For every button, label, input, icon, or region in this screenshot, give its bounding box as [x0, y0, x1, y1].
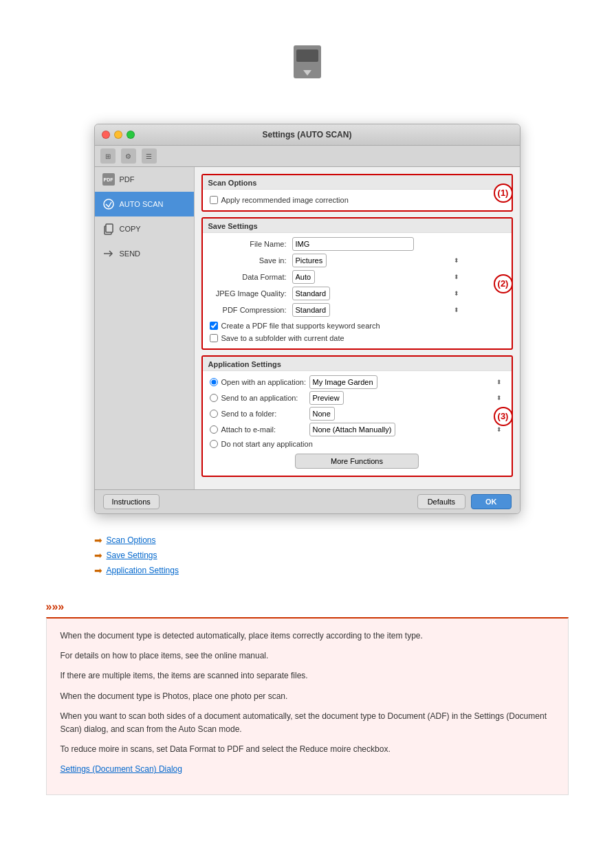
app-settings-badge: (3)	[494, 407, 513, 426]
open-with-label: Open with an application:	[221, 378, 307, 386]
do-not-start-label: Do not start any application	[221, 440, 313, 448]
save-subfolder-row: Save to a subfolder with current date	[210, 332, 505, 344]
settings-dialog: Settings (AUTO SCAN) ⊞ ⚙ ☰ PDF PDF	[94, 124, 520, 514]
save-subfolder-checkbox[interactable]	[210, 334, 218, 342]
arrow-icon-3: ➡	[94, 565, 102, 576]
file-name-input[interactable]	[292, 237, 414, 251]
toolbar-layout-icon[interactable]: ☰	[142, 148, 157, 164]
note-para-3: If there are multiple items, the items a…	[61, 669, 554, 682]
scanner-icon	[294, 45, 321, 78]
sidebar: PDF PDF AUTO SCAN	[95, 167, 195, 489]
note-para-1: When the document type is detected autom…	[61, 630, 554, 643]
link-text-1[interactable]: Scan Options	[107, 535, 156, 545]
settings-doc-scan-link[interactable]: Settings (Document Scan) Dialog	[61, 764, 182, 774]
app-settings-section: Application Settings Open with an applic…	[201, 355, 513, 477]
dialog-body: PDF PDF AUTO SCAN	[95, 167, 520, 489]
toolbar-scan-icon[interactable]: ⊞	[100, 148, 116, 164]
dialog-title-bar: Settings (AUTO SCAN)	[95, 124, 520, 146]
scan-options-badge: (1)	[494, 183, 513, 203]
save-settings-label: Save Settings	[203, 219, 512, 233]
minimize-button[interactable]	[114, 131, 122, 139]
ok-button[interactable]: OK	[471, 494, 512, 509]
send-to-folder-radio[interactable]	[210, 410, 218, 418]
note-para-2: For details on how to place items, see t…	[61, 649, 554, 663]
apply-correction-label: Apply recommended image correction	[221, 196, 349, 204]
instructions-button[interactable]: Instructions	[103, 494, 160, 509]
svg-rect-2	[106, 224, 113, 232]
send-to-app-row: Send to an application: Preview	[210, 391, 505, 405]
defaults-button[interactable]: Defaults	[417, 494, 465, 509]
important-header: »»»	[46, 601, 569, 613]
scanner-arrow-icon	[303, 70, 311, 76]
important-section: »»» When the document type is detected a…	[46, 601, 569, 795]
sidebar-item-copy[interactable]: COPY	[95, 216, 194, 241]
save-in-row: Save in: Pictures	[210, 254, 505, 267]
below-dialog-links: ➡ Scan Options ➡ Save Settings ➡ Applica…	[94, 528, 520, 587]
open-with-radio[interactable]	[210, 378, 218, 386]
arrow-icon-2: ➡	[94, 550, 102, 561]
open-with-select[interactable]: My Image Garden	[309, 375, 377, 389]
file-name-row: File Name:	[210, 237, 505, 251]
pdf-compression-select[interactable]: Standard	[292, 303, 330, 317]
send-to-folder-label: Send to a folder:	[221, 410, 277, 418]
attach-email-select[interactable]: None (Attach Manually)	[309, 423, 395, 436]
more-functions-button[interactable]: More Functions	[295, 454, 419, 469]
window-controls	[102, 131, 135, 139]
note-para-4: When the document type is Photos, place …	[61, 690, 554, 703]
data-format-select[interactable]: Auto	[292, 270, 315, 284]
app-settings-content: Open with an application: My Image Garde…	[203, 371, 512, 476]
send-to-app-select[interactable]: Preview	[309, 391, 344, 405]
send-to-app-label: Send to an application:	[221, 394, 298, 402]
pdf-icon: PDF	[102, 173, 116, 186]
attach-email-label: Attach to e-mail:	[221, 425, 276, 434]
scan-options-section: Scan Options Apply recommended image cor…	[201, 174, 513, 212]
apply-correction-checkbox[interactable]	[210, 196, 218, 204]
content-area: Scan Options Apply recommended image cor…	[195, 167, 520, 489]
pdf-compression-row: PDF Compression: Standard	[210, 303, 505, 317]
data-format-row: Data Format: Auto	[210, 270, 505, 284]
sidebar-item-send[interactable]: SEND	[95, 241, 194, 266]
dialog-title: Settings (AUTO SCAN)	[263, 130, 352, 140]
note-box: When the document type is detected autom…	[46, 617, 569, 795]
link-text-2[interactable]: Save Settings	[107, 550, 157, 560]
app-settings-label: Application Settings	[203, 357, 512, 371]
sidebar-item-auto-scan[interactable]: AUTO SCAN	[95, 192, 194, 216]
link-item-3: ➡ Application Settings	[94, 565, 520, 576]
save-in-select[interactable]: Pictures	[292, 254, 327, 267]
do-not-start-row: Do not start any application	[210, 438, 505, 449]
send-to-folder-select[interactable]: None	[309, 407, 335, 421]
apply-correction-row: Apply recommended image correction	[210, 194, 505, 206]
toolbar-pref-icon[interactable]: ⚙	[121, 148, 136, 164]
jpeg-quality-select[interactable]: Standard	[292, 287, 330, 300]
link-item-1: ➡ Scan Options	[94, 535, 520, 546]
note-para-5: When you want to scan both sides of a do…	[61, 710, 554, 736]
save-settings-badge: (2)	[494, 274, 513, 293]
create-pdf-checkbox[interactable]	[210, 322, 218, 330]
note-link-para: Settings (Document Scan) Dialog	[61, 763, 554, 776]
send-icon	[102, 247, 116, 260]
do-not-start-radio[interactable]	[210, 440, 218, 448]
send-to-app-radio[interactable]	[210, 394, 218, 402]
pdf-compression-label: PDF Compression:	[210, 306, 292, 314]
create-pdf-row: Create a PDF file that supports keyword …	[210, 320, 505, 332]
jpeg-quality-label: JPEG Image Quality:	[210, 289, 292, 298]
dialog-toolbar: ⊞ ⚙ ☰	[95, 146, 520, 167]
sidebar-item-pdf[interactable]: PDF PDF	[95, 167, 194, 192]
maximize-button[interactable]	[127, 131, 135, 139]
send-to-folder-row: Send to a folder: None	[210, 407, 505, 421]
copy-icon	[102, 222, 116, 236]
dialog-footer: Instructions Defaults OK	[95, 489, 520, 513]
top-area	[0, 0, 614, 124]
attach-email-radio[interactable]	[210, 425, 218, 434]
arrow-icon-1: ➡	[94, 535, 102, 546]
auto-scan-icon	[102, 197, 116, 211]
close-button[interactable]	[102, 131, 110, 139]
create-pdf-label: Create a PDF file that supports keyword …	[221, 322, 380, 330]
note-para-6: To reduce moire in scans, set Data Forma…	[61, 743, 554, 756]
jpeg-quality-row: JPEG Image Quality: Standard	[210, 287, 505, 300]
save-settings-content: File Name: Save in: Pictures Dat	[203, 233, 512, 348]
important-icon: »»»	[46, 601, 65, 613]
open-with-row: Open with an application: My Image Garde…	[210, 375, 505, 389]
link-text-3[interactable]: Application Settings	[107, 566, 179, 575]
attach-email-row: Attach to e-mail: None (Attach Manually)	[210, 423, 505, 436]
